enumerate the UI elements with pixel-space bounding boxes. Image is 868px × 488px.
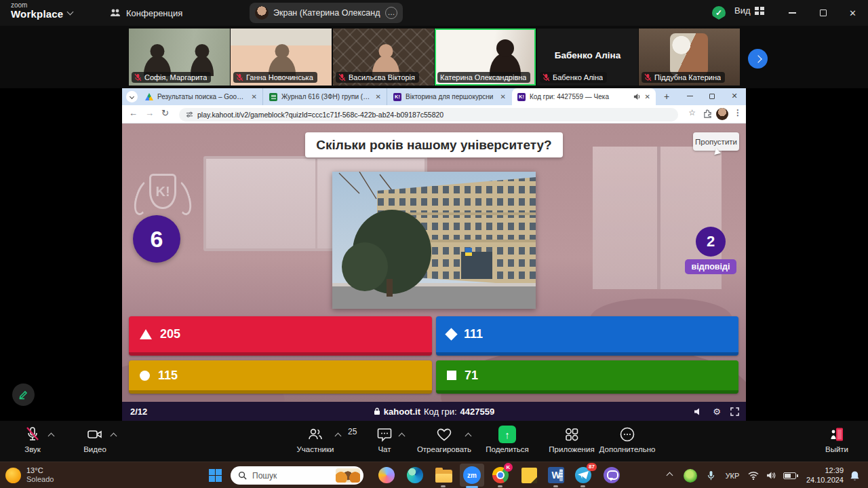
video-tile-camera-off[interactable]: Бабенко Аліна Бабенко Аліна (537, 29, 638, 86)
audio-options-icon[interactable] (48, 433, 55, 440)
taskbar-explorer-icon[interactable] (434, 466, 453, 485)
more-ellipsis-icon (619, 426, 635, 443)
battery-icon[interactable] (780, 462, 799, 488)
taskbar-chrome-icon[interactable]: K (491, 466, 510, 485)
tab-shared-screen[interactable]: Экран (Катерина Олександрівн … (250, 3, 403, 23)
next-participants-button[interactable] (748, 49, 768, 69)
answer-option-circle[interactable]: 115 (129, 360, 432, 394)
question-text: Скільки років нашому університету? (305, 132, 563, 157)
wifi-icon[interactable] (745, 462, 762, 488)
browser-close-button[interactable]: ✕ (724, 88, 745, 104)
tab-audio-icon[interactable] (633, 93, 641, 100)
tray-antivirus-icon[interactable] (682, 462, 698, 488)
taskbar-search[interactable]: Пошук (231, 466, 363, 485)
answer-option-diamond[interactable]: 111 (436, 316, 738, 356)
taskbar-copilot-icon[interactable] (377, 466, 396, 485)
more-button[interactable]: Дополнительно (596, 426, 658, 453)
chat-options-icon[interactable] (399, 433, 406, 440)
security-shield-icon[interactable]: ✓ (712, 6, 726, 20)
start-button[interactable] (209, 469, 222, 482)
settings-gear-icon[interactable]: ⚙ (713, 407, 721, 417)
circle-icon (140, 371, 150, 381)
new-tab-button[interactable]: + (660, 90, 673, 102)
forward-icon[interactable]: → (145, 108, 154, 118)
kahoot-favicon: K! (517, 93, 526, 101)
language-indicator[interactable]: УКР (720, 462, 745, 488)
kahoot-favicon: K! (393, 93, 401, 101)
open-app-indicator (580, 485, 585, 487)
timer-circle: 6 (133, 215, 180, 263)
video-options-icon[interactable] (111, 433, 117, 440)
participants-button[interactable]: 25 Участники (284, 426, 347, 453)
screen: zoom Workplace Конференция Экран (Катери… (0, 0, 868, 488)
browser-profile-avatar[interactable] (716, 108, 728, 120)
participants-strip: Софія, Маргарита Ганна Новочинська Васил… (0, 26, 868, 88)
tab-search-button[interactable] (126, 91, 138, 102)
browser-tab[interactable]: Журнал 616 (ЗФН) групи (І се ✕ (264, 88, 387, 105)
answer-option-triangle[interactable]: 205 (129, 316, 432, 356)
taskbar-telegram-icon[interactable]: 87 (574, 466, 593, 485)
minimize-button[interactable] (777, 0, 808, 26)
leave-button[interactable]: Выйти (806, 426, 868, 453)
address-bar[interactable]: play.kahoot.it/v2/gameblock?quizId=ccc1c… (179, 108, 678, 121)
browser-tab[interactable]: K! Вікторина для першокурсни ✕ (388, 88, 511, 105)
volume-icon[interactable] (762, 462, 780, 488)
tab-close-icon[interactable]: ✕ (252, 93, 257, 100)
layout-grid-icon (755, 7, 764, 15)
view-button[interactable]: Вид (734, 5, 764, 16)
open-app-indicator (498, 485, 502, 487)
audio-button[interactable]: Звук (1, 426, 64, 453)
tab-close-icon[interactable]: ✕ (645, 93, 650, 100)
video-tile-avatar[interactable]: Піддубна Катерина (639, 29, 740, 86)
browser-minimize-button[interactable] (679, 88, 700, 104)
site-settings-icon[interactable] (186, 111, 193, 118)
chat-button[interactable]: Чат (353, 426, 416, 453)
browser-tab[interactable]: Результаты поиска – Google Д ✕ (140, 88, 263, 105)
mic-muted-icon (134, 73, 142, 81)
taskbar-zoom-icon[interactable]: zm (462, 466, 481, 485)
video-tile[interactable]: Ганна Новочинська (231, 29, 332, 86)
browser-restore-button[interactable] (702, 88, 722, 104)
reload-icon[interactable]: ↻ (161, 108, 169, 118)
mic-muted-icon (236, 73, 243, 81)
answer-option-square[interactable]: 71 (436, 360, 738, 394)
notifications-bell-icon[interactable] (845, 462, 864, 488)
apps-button[interactable]: Приложения (540, 426, 603, 453)
taskbar-word-icon[interactable]: W (547, 466, 566, 485)
kahoot-laurel-emblem: K! (137, 168, 189, 223)
close-button[interactable]: ✕ (837, 0, 868, 26)
volume-icon[interactable] (694, 407, 703, 416)
tab-meeting[interactable]: Конференция (103, 4, 189, 22)
tray-mic-icon[interactable] (703, 462, 719, 488)
fullscreen-icon[interactable] (730, 407, 739, 416)
reactions-options-icon[interactable] (465, 433, 472, 440)
square-icon (447, 371, 456, 380)
reactions-button[interactable]: Отреагировать (413, 426, 475, 453)
restore-button[interactable] (808, 0, 838, 26)
participants-options-icon[interactable] (335, 433, 342, 440)
workspace-dropdown-icon[interactable] (67, 9, 74, 16)
browser-menu-icon[interactable]: ⋮ (734, 108, 742, 117)
video-tile-active-speaker[interactable]: Катерина Олександрівна (435, 29, 536, 86)
google-drive-icon (145, 93, 153, 100)
back-icon[interactable]: ← (129, 108, 138, 118)
bookmark-star-icon[interactable]: ☆ (688, 108, 696, 117)
weather-widget[interactable]: 13°C Soleado (5, 466, 54, 484)
video-button[interactable]: Видео (64, 426, 126, 453)
tray-expand-button[interactable] (661, 462, 677, 488)
taskbar-notes-icon[interactable] (519, 466, 538, 485)
taskbar-edge-icon[interactable] (406, 466, 425, 485)
tab-close-icon[interactable]: ✕ (376, 93, 381, 100)
screen-more-icon[interactable]: … (385, 7, 397, 19)
browser-tab-active[interactable]: K! Код гри: 4427559 — Чека ✕ (512, 88, 656, 105)
video-tile[interactable]: Васильєва Вікторія (333, 29, 434, 86)
share-screen-button[interactable]: ↑ Поделиться (476, 426, 538, 453)
google-sheets-icon (269, 93, 277, 101)
video-tile[interactable]: Софія, Маргарита (129, 29, 230, 86)
taskbar-viber-icon[interactable] (602, 466, 621, 485)
sun-icon (5, 468, 21, 483)
extension-icon[interactable] (703, 109, 712, 118)
tab-close-icon[interactable]: ✕ (500, 93, 506, 100)
clock-widget[interactable]: 12:39 24.10.2024 (800, 466, 844, 485)
annotate-button[interactable] (12, 383, 35, 406)
